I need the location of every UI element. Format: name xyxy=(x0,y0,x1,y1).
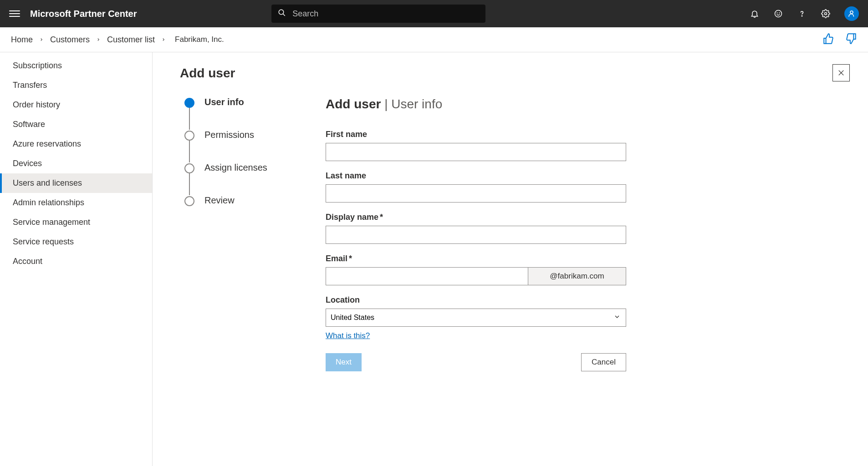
page-heading: Add user xyxy=(180,66,845,81)
close-button[interactable] xyxy=(832,64,850,81)
cancel-button[interactable]: Cancel xyxy=(581,353,626,371)
search-input[interactable] xyxy=(271,5,485,23)
step-connector xyxy=(189,141,190,162)
svg-point-5 xyxy=(802,15,802,16)
next-button[interactable]: Next xyxy=(326,353,362,371)
last-name-label: Last name xyxy=(326,171,626,181)
chevron-right-icon xyxy=(39,36,44,43)
email-input[interactable] xyxy=(326,267,528,285)
first-name-input[interactable] xyxy=(326,143,626,161)
settings-gear-icon[interactable] xyxy=(821,9,831,19)
step-dot-icon xyxy=(184,131,194,141)
sidebar-item-order-history[interactable]: Order history xyxy=(0,95,152,115)
search-container xyxy=(271,5,485,23)
thumbs-down-icon[interactable] xyxy=(845,33,857,46)
feedback-smile-icon[interactable] xyxy=(773,9,783,19)
step-dot-icon xyxy=(184,196,194,206)
sidebar-item-software[interactable]: Software xyxy=(0,115,152,134)
search-icon xyxy=(278,9,286,19)
help-icon[interactable] xyxy=(797,9,807,19)
close-icon xyxy=(837,69,845,77)
sidebar-item-users-licenses[interactable]: Users and licenses xyxy=(0,173,152,193)
what-is-this-link[interactable]: What is this? xyxy=(326,331,370,340)
email-label: Email xyxy=(326,254,626,263)
display-name-input[interactable] xyxy=(326,226,626,244)
location-select[interactable] xyxy=(326,309,626,327)
step-user-info[interactable]: User info xyxy=(184,97,317,108)
wizard-stepper: User info Permissions Assign licenses Re… xyxy=(180,97,317,371)
svg-point-3 xyxy=(777,13,777,13)
sidebar: Subscriptions Transfers Order history So… xyxy=(0,52,153,466)
svg-line-1 xyxy=(283,14,286,16)
svg-point-4 xyxy=(779,13,780,13)
panel-title: Add user | User info xyxy=(326,97,626,111)
page-layout: Subscriptions Transfers Order history So… xyxy=(0,52,868,466)
svg-point-6 xyxy=(824,13,827,15)
breadcrumb-current: Fabrikam, Inc. xyxy=(175,35,224,44)
breadcrumb-home[interactable]: Home xyxy=(11,35,33,45)
sidebar-item-azure-reservations[interactable]: Azure reservations xyxy=(0,134,152,154)
panel-title-sub: User info xyxy=(391,97,442,111)
feedback-controls xyxy=(822,33,857,46)
sidebar-item-subscriptions[interactable]: Subscriptions xyxy=(0,56,152,76)
step-assign-licenses[interactable]: Assign licenses xyxy=(184,162,317,173)
app-title: Microsoft Partner Center xyxy=(30,9,137,19)
notifications-icon[interactable] xyxy=(750,9,760,19)
sidebar-item-devices[interactable]: Devices xyxy=(0,154,152,173)
svg-point-2 xyxy=(775,10,781,17)
step-dot-icon xyxy=(184,163,194,173)
sidebar-item-service-management[interactable]: Service management xyxy=(0,213,152,232)
main-content: Add user User info Permissions Assign li… xyxy=(153,52,868,466)
step-connector xyxy=(189,173,190,195)
step-review[interactable]: Review xyxy=(184,195,317,206)
step-dot-icon xyxy=(184,98,194,108)
chevron-right-icon xyxy=(96,36,101,43)
chevron-right-icon xyxy=(161,36,166,43)
location-label: Location xyxy=(326,295,626,305)
first-name-label: First name xyxy=(326,130,626,139)
thumbs-up-icon[interactable] xyxy=(822,33,834,46)
last-name-input[interactable] xyxy=(326,184,626,203)
menu-toggle[interactable] xyxy=(9,8,20,19)
sidebar-item-admin-relationships[interactable]: Admin relationships xyxy=(0,193,152,213)
sidebar-item-account[interactable]: Account xyxy=(0,252,152,271)
top-bar: Microsoft Partner Center xyxy=(0,0,868,27)
breadcrumb: Home Customers Customer list Fabrikam, I… xyxy=(0,27,868,52)
breadcrumb-customers[interactable]: Customers xyxy=(50,35,90,45)
step-permissions[interactable]: Permissions xyxy=(184,130,317,141)
svg-point-0 xyxy=(279,10,284,15)
email-domain-suffix: @fabrikam.com xyxy=(528,267,626,285)
user-avatar[interactable] xyxy=(844,6,859,21)
sidebar-item-service-requests[interactable]: Service requests xyxy=(0,232,152,252)
breadcrumb-customer-list[interactable]: Customer list xyxy=(107,35,155,45)
panel-title-main: Add user xyxy=(326,97,381,111)
step-connector xyxy=(189,108,190,130)
form-panel: Add user | User info First name Last nam… xyxy=(326,97,626,371)
display-name-label: Display name xyxy=(326,213,626,222)
sidebar-item-transfers[interactable]: Transfers xyxy=(0,76,152,95)
svg-point-7 xyxy=(850,11,853,14)
topbar-actions xyxy=(750,6,859,21)
